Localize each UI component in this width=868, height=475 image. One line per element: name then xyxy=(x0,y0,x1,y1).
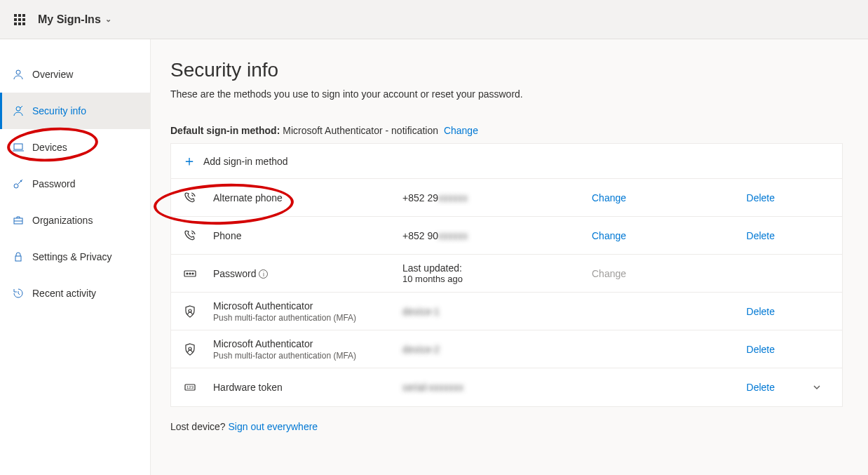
key-icon xyxy=(13,105,24,116)
app-header: My Sign-Ins ⌄ xyxy=(0,0,868,39)
method-value-line1: Last updated: xyxy=(402,262,592,274)
method-name: Hardware token xyxy=(213,382,402,393)
delete-link[interactable]: Delete xyxy=(690,230,803,241)
method-value-redacted: xxxxxx xyxy=(438,192,468,203)
history-icon xyxy=(13,288,24,299)
sidebar: Overview Security info Devices Password … xyxy=(0,39,151,475)
sidebar-item-password[interactable]: Password xyxy=(0,166,150,202)
method-row-password: Passwordi Last updated: 10 months ago Ch… xyxy=(171,255,842,293)
delete-link[interactable]: Delete xyxy=(690,382,803,393)
sidebar-item-label: Devices xyxy=(32,142,67,153)
method-name: Phone xyxy=(213,230,402,241)
brand-dropdown[interactable]: My Sign-Ins ⌄ xyxy=(38,13,111,26)
phone-call-icon xyxy=(182,228,198,243)
method-name: Alternate phone xyxy=(213,192,402,203)
sidebar-item-organizations[interactable]: Organizations xyxy=(0,202,150,239)
password-icon xyxy=(182,266,198,281)
laptop-icon xyxy=(13,142,24,153)
method-row-phone: Phone +852 90xxxxxx Change Delete xyxy=(171,217,842,255)
svg-point-10 xyxy=(189,309,191,312)
delete-link[interactable]: Delete xyxy=(690,192,803,203)
svg-point-3 xyxy=(14,184,18,188)
sidebar-item-security-info[interactable]: Security info xyxy=(0,93,150,129)
svg-point-9 xyxy=(192,273,194,274)
method-value-redacted: device-1 xyxy=(402,306,440,317)
lock-icon xyxy=(13,251,24,262)
add-method-label: Add sign-in method xyxy=(203,156,288,167)
svg-point-11 xyxy=(189,347,191,350)
method-value-line2: 10 months ago xyxy=(402,274,592,284)
methods-card: ＋ Add sign-in method Alternate phone +85… xyxy=(170,143,843,407)
key-icon xyxy=(13,178,24,189)
authenticator-icon xyxy=(182,342,198,357)
brand-label: My Sign-Ins xyxy=(38,13,101,26)
sidebar-item-label: Overview xyxy=(32,69,73,80)
method-value-prefix: +852 90 xyxy=(402,230,438,241)
add-sign-in-method-button[interactable]: ＋ Add sign-in method xyxy=(171,144,842,179)
default-method-value: Microsoft Authenticator - notification xyxy=(283,125,438,136)
svg-point-8 xyxy=(189,273,191,274)
default-method-row: Default sign-in method: Microsoft Authen… xyxy=(170,125,843,136)
svg-point-0 xyxy=(16,70,20,74)
svg-rect-5 xyxy=(15,256,21,261)
method-sub: Push multi-factor authentication (MFA) xyxy=(213,313,402,323)
app-launcher-icon[interactable] xyxy=(8,8,31,31)
sidebar-item-recent-activity[interactable]: Recent activity xyxy=(0,275,150,312)
plus-icon: ＋ xyxy=(182,152,196,170)
method-value-prefix: +852 29 xyxy=(402,192,438,203)
method-name: Microsoft Authenticator xyxy=(213,300,402,312)
lost-device-row: Lost device? Sign out everywhere xyxy=(170,421,843,432)
change-link[interactable]: Change xyxy=(592,230,690,241)
svg-point-1 xyxy=(16,107,20,111)
method-value-redacted: device-2 xyxy=(402,344,440,355)
page-title: Security info xyxy=(170,59,843,81)
sidebar-item-settings-privacy[interactable]: Settings & Privacy xyxy=(0,239,150,275)
method-row-authenticator: Microsoft Authenticator Push multi-facto… xyxy=(171,330,842,368)
change-link-disabled: Change xyxy=(592,268,690,279)
token-icon: 123 xyxy=(182,380,198,395)
chevron-down-icon: ⌄ xyxy=(105,15,111,24)
phone-call-icon xyxy=(182,190,198,206)
sidebar-item-overview[interactable]: Overview xyxy=(0,56,150,93)
person-icon xyxy=(13,69,24,80)
sidebar-item-label: Password xyxy=(32,178,75,189)
briefcase-icon xyxy=(13,215,24,226)
authenticator-icon xyxy=(182,304,198,319)
method-row-hardware-token: 123 Hardware token serial-xxxxxxx Delete xyxy=(171,368,842,406)
delete-link[interactable]: Delete xyxy=(690,344,803,355)
expand-chevron[interactable] xyxy=(803,382,831,392)
method-name: Password xyxy=(213,268,256,279)
default-method-label: Default sign-in method: xyxy=(170,125,280,136)
sidebar-item-label: Settings & Privacy xyxy=(32,251,112,262)
method-sub: Push multi-factor authentication (MFA) xyxy=(213,351,402,361)
info-icon[interactable]: i xyxy=(259,269,268,279)
method-row-authenticator: Microsoft Authenticator Push multi-facto… xyxy=(171,293,842,330)
change-default-link[interactable]: Change xyxy=(444,125,478,136)
sidebar-item-label: Recent activity xyxy=(32,288,96,299)
method-value-redacted: xxxxxx xyxy=(438,230,468,241)
svg-rect-2 xyxy=(14,144,22,149)
delete-link[interactable]: Delete xyxy=(690,306,803,317)
method-name: Microsoft Authenticator xyxy=(213,338,402,349)
lost-device-label: Lost device? xyxy=(170,421,226,432)
sidebar-item-label: Security info xyxy=(32,105,86,116)
method-row-alternate-phone: Alternate phone +852 29xxxxxx Change Del… xyxy=(171,179,842,217)
sign-out-everywhere-link[interactable]: Sign out everywhere xyxy=(229,421,318,432)
svg-point-7 xyxy=(187,273,188,274)
svg-text:123: 123 xyxy=(187,385,194,389)
change-link[interactable]: Change xyxy=(592,192,690,203)
main-content: Security info These are the methods you … xyxy=(151,39,868,475)
sidebar-item-devices[interactable]: Devices xyxy=(0,129,150,166)
method-value-redacted: serial-xxxxxxx xyxy=(402,382,463,393)
page-description: These are the methods you use to sign in… xyxy=(170,88,843,100)
sidebar-item-label: Organizations xyxy=(32,215,93,226)
